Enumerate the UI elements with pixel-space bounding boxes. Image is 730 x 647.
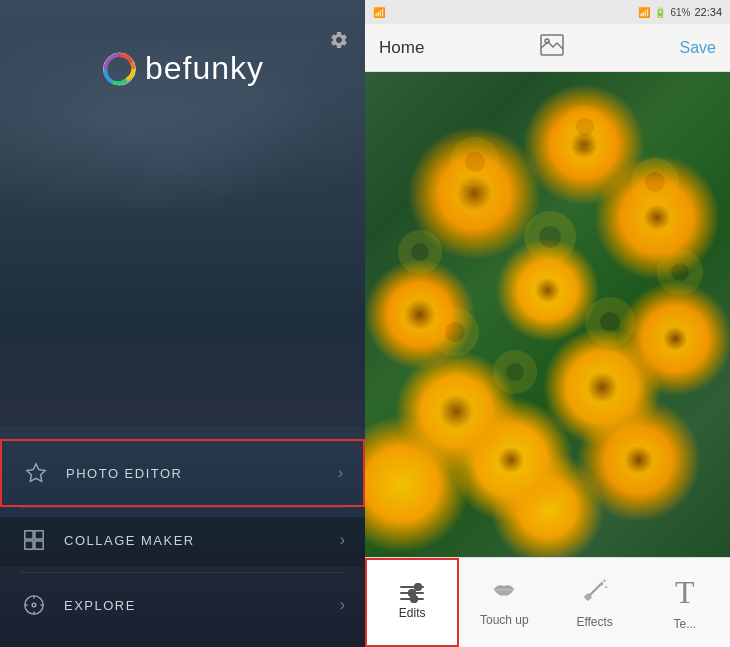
right-time: 22:34 <box>694 6 722 18</box>
right-battery-pct: 61% <box>670 7 690 18</box>
toolbar-effects[interactable]: ✦ ✦ ✦ Effects <box>550 558 640 647</box>
flower-svg-details <box>365 72 730 557</box>
star-icon <box>22 459 50 487</box>
explore-arrow: › <box>340 596 345 614</box>
menu-item-collage-maker[interactable]: COLLAGE MAKER › <box>0 508 365 572</box>
effects-label: Effects <box>576 615 612 629</box>
collage-maker-label: COLLAGE MAKER <box>64 533 340 548</box>
lips-icon <box>489 579 519 607</box>
svg-marker-1 <box>27 464 45 481</box>
svg-point-29 <box>600 312 620 332</box>
svg-point-23 <box>539 226 561 248</box>
right-header: Home Save <box>365 24 730 72</box>
text-label: Te... <box>674 617 697 631</box>
menu-item-explore[interactable]: EXPLORE › <box>0 573 365 637</box>
befunky-logo-icon <box>101 51 137 87</box>
svg-rect-4 <box>25 541 33 549</box>
settings-button[interactable] <box>329 30 349 55</box>
right-status-right: 📶 🔋 61% 22:34 <box>638 6 722 18</box>
svg-rect-2 <box>25 531 33 539</box>
svg-rect-3 <box>35 531 43 539</box>
photo-editor-arrow: › <box>338 464 343 482</box>
text-icon: T <box>675 574 695 611</box>
logo-text: befunky <box>145 50 264 87</box>
svg-point-25 <box>671 263 689 281</box>
toolbar-text[interactable]: T Te... <box>640 558 730 647</box>
touch-up-label: Touch up <box>480 613 529 627</box>
collage-icon <box>20 526 48 554</box>
save-button[interactable]: Save <box>680 39 716 57</box>
svg-point-31 <box>506 363 524 381</box>
image-icon[interactable] <box>540 34 564 61</box>
compass-icon <box>20 591 48 619</box>
photo-editor-label: PHOTO EDITOR <box>66 466 338 481</box>
toolbar-touch-up[interactable]: Touch up <box>459 558 549 647</box>
svg-point-17 <box>576 118 594 136</box>
right-status-left: 📶 <box>373 7 385 18</box>
bottom-toolbar: Edits Touch up ✦ ✦ <box>365 557 730 647</box>
edits-label: Edits <box>399 606 426 620</box>
right-wifi-icon: 📶 <box>638 7 650 18</box>
menu-area: PHOTO EDITOR › COLLAGE MAKER › <box>0 439 365 647</box>
svg-point-27 <box>445 322 465 342</box>
svg-point-15 <box>465 152 485 172</box>
toolbar-edits[interactable]: Edits <box>365 558 459 647</box>
svg-point-21 <box>411 243 429 261</box>
photo-area <box>365 72 730 557</box>
right-signal-icon: 📶 <box>373 7 385 18</box>
explore-label: EXPLORE <box>64 598 340 613</box>
right-panel: 📶 📶 🔋 61% 22:34 Home Save <box>365 0 730 647</box>
right-status-bar: 📶 📶 🔋 61% 22:34 <box>365 0 730 24</box>
svg-point-7 <box>32 603 36 607</box>
home-label: Home <box>379 38 424 58</box>
wand-icon: ✦ ✦ ✦ <box>580 577 610 609</box>
svg-text:✦: ✦ <box>604 584 608 590</box>
right-battery-icon: 🔋 <box>654 7 666 18</box>
sliders-icon <box>400 586 424 600</box>
menu-item-photo-editor[interactable]: PHOTO EDITOR › <box>0 439 365 507</box>
logo-area: befunky <box>101 50 264 87</box>
collage-maker-arrow: › <box>340 531 345 549</box>
svg-rect-5 <box>35 541 43 549</box>
svg-point-19 <box>645 172 665 192</box>
left-panel: 📶 📶 🔋 61% 22:34 befunky <box>0 0 365 647</box>
